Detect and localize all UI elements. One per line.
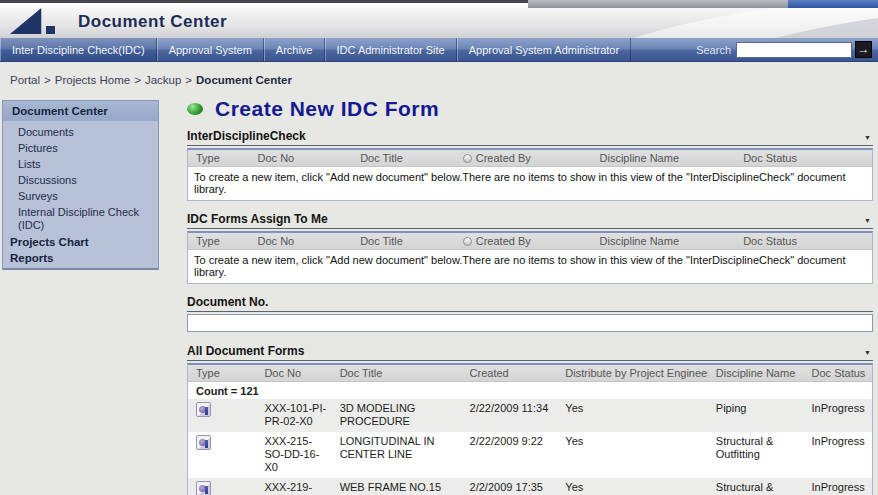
cell-doc-title[interactable]: WEB FRAME NO.15 [332,481,462,495]
sidebar-item-internal-discipline-check[interactable]: Internal Discipline Check (IDC) [3,205,158,234]
column-doc-title[interactable]: Doc Title [332,366,462,380]
cell-status: InProgress [804,402,872,428]
nav-tab-approval-system[interactable]: Approval System [157,38,264,61]
breadcrumb-projects-home[interactable]: Projects Home [55,74,130,86]
cell-status: InProgress [804,481,872,495]
sidebar-item-surveys[interactable]: Surveys [3,189,158,205]
all-document-forms-table: Type Doc No Doc Title Created Distribute… [187,363,873,495]
column-doc-no[interactable]: Doc No [250,234,353,248]
search-label: Search [696,44,731,56]
breadcrumb-current: Document Center [196,74,292,86]
chevron-down-icon[interactable]: ▼ [864,134,873,143]
column-discipline-name[interactable]: Discipline Name [592,151,736,165]
table-header-row: Type Doc No Doc Title Created By Discipl… [188,150,872,167]
presence-icon [463,154,472,163]
top-navigation-bar: Inter Discipline Check(IDC) Approval Sys… [0,38,878,62]
left-navigation-sidebar: Document Center Documents Pictures Lists… [2,100,159,270]
site-banner: Document Center [0,3,878,38]
empty-library-message: To create a new item, click "Add new doc… [188,250,872,283]
breadcrumb-portal[interactable]: Portal [10,74,40,86]
nav-tab-approval-system-administrator[interactable]: Approval System Administrator [457,38,631,61]
table-row: XXX-101-PI-PR-02-X0 3D MODELING PROCEDUR… [188,399,872,432]
table-header-row: Type Doc No Doc Title Created Distribute… [188,365,872,382]
column-doc-no[interactable]: Doc No [256,366,331,380]
search-go-icon[interactable]: → [855,41,872,58]
column-created[interactable]: Created [462,366,558,380]
document-form-icon[interactable] [196,481,211,495]
page-title: Create New IDC Form [215,97,439,121]
nav-tab-archive[interactable]: Archive [264,38,325,61]
column-doc-title[interactable]: Doc Title [352,234,455,248]
cell-doc-no: XXX-215-SO-DD-16-X0 [256,435,331,474]
document-form-icon[interactable] [196,402,211,417]
breadcrumb: Portal>Projects Home>Jackup>Document Cen… [10,74,292,86]
column-created-by[interactable]: Created By [455,234,592,248]
cell-distribute: Yes [557,435,707,474]
column-type[interactable]: Type [188,366,256,380]
count-row: Count = 121 [188,382,872,399]
table-row: XXX-219-SO-DD-49-X0 WEB FRAME NO.15 2/2/… [188,478,872,495]
search-area: Search → [696,38,878,61]
section-header-all-document-forms: All Document Forms ▼ [187,344,873,361]
nav-tab-idc-administrator-site[interactable]: IDC Administrator Site [325,38,457,61]
nav-tab-inter-discipline-check[interactable]: Inter Discipline Check(IDC) [0,38,157,61]
page-title-row: Create New IDC Form [187,97,873,121]
cell-doc-no: XXX-101-PI-PR-02-X0 [256,402,331,428]
column-doc-no[interactable]: Doc No [250,151,353,165]
sidebar-title-document-center[interactable]: Document Center [3,101,158,122]
idc-forms-assign-to-me-table: Type Doc No Doc Title Created By Discipl… [187,231,873,284]
column-type[interactable]: Type [188,234,250,248]
column-discipline-name[interactable]: Discipline Name [592,234,736,248]
sidebar-item-projects-chart[interactable]: Projects Chart [3,234,158,250]
column-doc-status[interactable]: Doc Status [735,234,872,248]
empty-library-message: To create a new item, click "Add new doc… [188,167,872,200]
site-title: Document Center [78,12,227,32]
cell-doc-title[interactable]: 3D MODELING PROCEDURE [332,402,462,428]
sidebar-item-discussions[interactable]: Discussions [3,173,158,189]
section-header-idc-forms-assign-to-me: IDC Forms Assign To Me ▼ [187,212,873,229]
cell-doc-title[interactable]: LONGITUDINAL IN CENTER LINE [332,435,462,474]
document-form-icon[interactable] [196,435,211,450]
table-row: XXX-215-SO-DD-16-X0 LONGITUDINAL IN CENT… [188,432,872,478]
sidebar-item-lists[interactable]: Lists [3,157,158,173]
sidebar-item-documents[interactable]: Documents [3,125,158,141]
column-doc-status[interactable]: Doc Status [735,151,872,165]
main-content: Create New IDC Form InterDisciplineCheck… [187,97,873,495]
cell-discipline: Piping [708,402,804,428]
cell-doc-no: XXX-219-SO-DD-49-X0 [256,481,331,495]
search-input[interactable] [736,42,852,58]
column-doc-title[interactable]: Doc Title [352,151,455,165]
document-no-label: Document No. [187,295,873,312]
column-type[interactable]: Type [188,151,250,165]
section-header-interdisciplinecheck: InterDisciplineCheck ▼ [187,129,873,146]
chevron-down-icon[interactable]: ▼ [864,217,873,226]
interdisciplinecheck-table: Type Doc No Doc Title Created By Discipl… [187,148,873,201]
column-discipline-name[interactable]: Discipline Name [708,366,804,380]
cell-created: 2/22/2009 11:34 [462,402,558,428]
window-titlebar-blue-fragment [788,0,878,8]
cell-created: 2/22/2009 9:22 [462,435,558,474]
cell-distribute: Yes [557,402,707,428]
cell-discipline: Structural & Outfitting [708,435,804,474]
breadcrumb-jackup[interactable]: Jackup [145,74,181,86]
table-header-row: Type Doc No Doc Title Created By Discipl… [188,233,872,250]
sidebar-item-pictures[interactable]: Pictures [3,141,158,157]
chevron-down-icon[interactable]: ▼ [864,349,873,358]
cell-discipline: Structural & Outfitting [708,481,804,495]
presence-icon [463,237,472,246]
column-distribute-by-project-engineer[interactable]: Distribute by Project Engineer [557,366,707,380]
cell-status: InProgress [804,435,872,474]
sidebar-item-reports[interactable]: Reports [3,250,158,266]
status-green-dot-icon [187,103,203,115]
document-no-input[interactable] [187,314,873,332]
cell-distribute: Yes [557,481,707,495]
column-doc-status[interactable]: Doc Status [804,366,872,380]
company-logo-icon [10,8,72,34]
cell-created: 2/2/2009 17:35 [462,481,558,495]
column-created-by[interactable]: Created By [455,151,592,165]
sidebar-list: Documents Pictures Lists Discussions Sur… [3,122,158,268]
